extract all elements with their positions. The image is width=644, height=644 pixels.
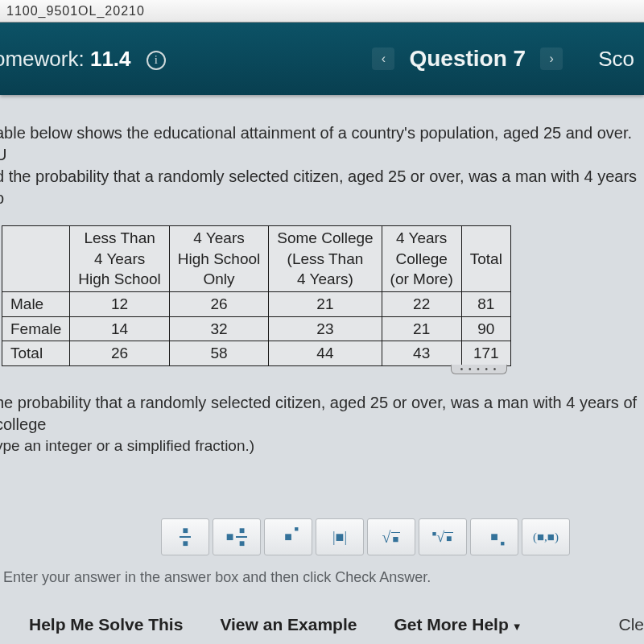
window-tab-row: 1100_9501OL_20210	[0, 0, 644, 23]
col-header: 4 Years College (or More)	[382, 226, 461, 292]
question-nav: ‹ Question 7 › Sco	[372, 46, 634, 72]
view-example-link[interactable]: View an Example	[220, 615, 357, 634]
col-header-total: Total	[461, 226, 510, 292]
get-more-help-link[interactable]: Get More Help▼	[394, 615, 522, 634]
truncated-title: 1100_9501OL_20210	[6, 4, 145, 19]
sqrt-button[interactable]: √■	[367, 518, 415, 555]
col-header: Some College (Less Than 4 Years)	[269, 226, 382, 292]
clear-button[interactable]: Cle	[618, 615, 644, 634]
answer-prompt: he probability that a randomly selected …	[0, 392, 644, 456]
absolute-value-button[interactable]: |■|	[316, 518, 364, 555]
table-header-row: Less Than 4 Years High School 4 Years Hi…	[2, 226, 511, 292]
help-me-solve-link[interactable]: Help Me Solve This	[29, 615, 183, 634]
score-label: Sco	[598, 47, 634, 72]
question-content: able below shows the educational attainm…	[0, 95, 644, 456]
table-row: Total 26 58 44 43 171	[2, 341, 511, 366]
bottom-links: Help Me Solve This View an Example Get M…	[0, 615, 644, 634]
math-toolbar: ■■ ■ ■■ ■■ |■| √■ ■√■ ■■ (■,■)	[0, 518, 644, 555]
next-question-button[interactable]: ›	[540, 47, 563, 70]
prev-question-button[interactable]: ‹	[372, 47, 394, 70]
enter-hint: Enter your answer in the answer box and …	[3, 569, 431, 586]
col-header: 4 Years High School Only	[169, 226, 268, 292]
question-intro: able below shows the educational attainm…	[0, 122, 644, 209]
table-row: Female 14 32 23 21 90	[2, 316, 511, 341]
caret-down-icon: ▼	[512, 621, 522, 633]
ordered-pair-button[interactable]: (■,■)	[522, 518, 570, 555]
data-table: Less Than 4 Years High School 4 Years Hi…	[2, 225, 511, 366]
exponent-button[interactable]: ■■	[264, 518, 312, 555]
question-label: Question 7	[409, 46, 526, 72]
table-row: Male 12 26 21 22 81	[2, 291, 511, 316]
expand-handle[interactable]: • • • • •	[451, 365, 507, 374]
col-header: Less Than 4 Years High School	[70, 226, 169, 292]
subscript-button[interactable]: ■■	[470, 518, 518, 555]
nth-root-button[interactable]: ■√■	[419, 518, 467, 555]
info-icon[interactable]: i	[147, 51, 166, 70]
assignment-header: omework: 11.4 i ‹ Question 7 › Sco	[0, 23, 644, 95]
homework-title: omework: 11.4 i	[0, 47, 166, 72]
fraction-button[interactable]: ■■	[161, 518, 209, 555]
mixed-fraction-button[interactable]: ■ ■■	[213, 518, 261, 555]
